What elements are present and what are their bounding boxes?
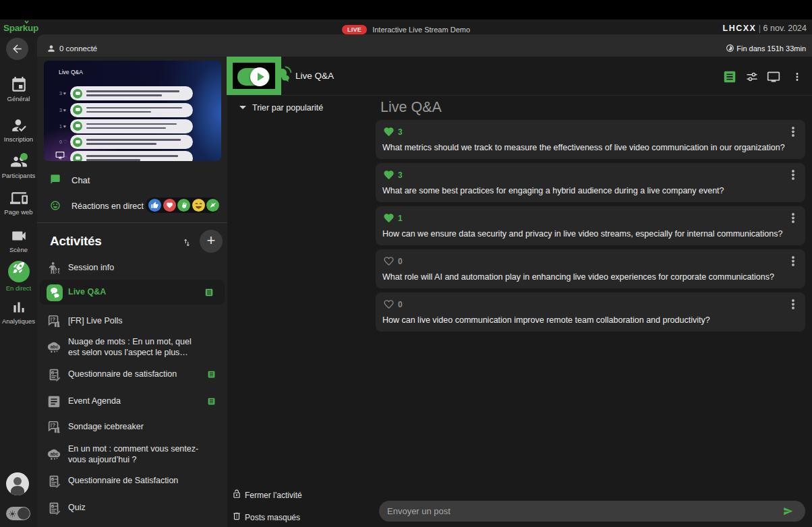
- svg-text:abc: abc: [51, 452, 59, 456]
- svg-text:!?: !?: [51, 423, 56, 429]
- svg-text:abc: abc: [51, 344, 59, 349]
- svg-text:!?: !?: [51, 317, 56, 323]
